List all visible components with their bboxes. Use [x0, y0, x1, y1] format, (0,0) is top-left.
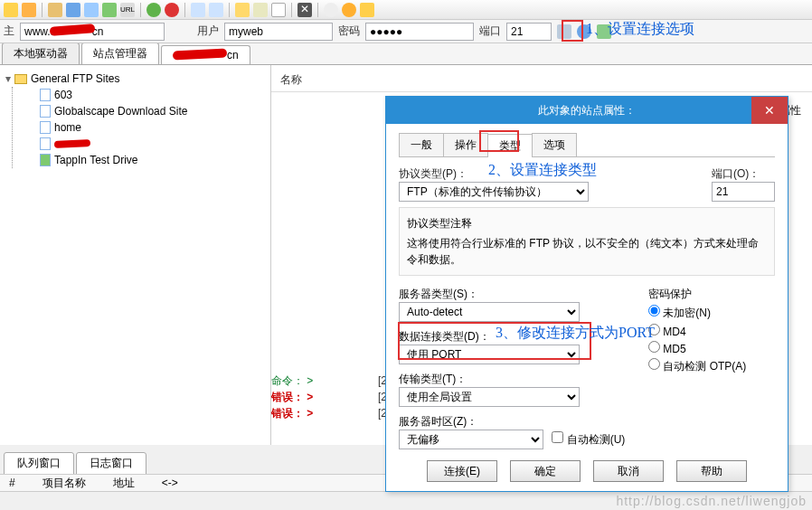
- dlg-port-label: 端口(O)：: [712, 167, 760, 180]
- clipboard-icon[interactable]: [253, 3, 268, 17]
- user-label: 用户: [197, 24, 219, 39]
- protocol-select[interactable]: FTP（标准的文件传输协议）: [399, 182, 589, 202]
- site-properties-dialog: 此对象的站点属性： ✕ 一般 操作 类型 选项 协议类型(P)： FTP（标准的…: [385, 96, 788, 492]
- forward-icon[interactable]: [209, 3, 223, 17]
- tab-options[interactable]: 选项: [532, 133, 577, 156]
- back-icon[interactable]: [191, 3, 205, 17]
- tree-item[interactable]: [22, 136, 265, 152]
- main-toolbar: URL ✕: [0, 0, 812, 20]
- shield-icon[interactable]: [360, 3, 374, 17]
- transfer-label: 传输类型(T)：: [399, 373, 467, 385]
- document-icon[interactable]: [271, 3, 286, 17]
- pw-opt-auto[interactable]: 自动检测 OTP(A): [648, 358, 775, 374]
- cancel-button[interactable]: 取消: [593, 460, 664, 482]
- view-tabs: 本地驱动器 站点管理器 cn: [0, 43, 812, 65]
- star-icon[interactable]: [4, 3, 18, 17]
- tz-auto-check[interactable]: 自动检测(U): [552, 433, 625, 446]
- pass-input[interactable]: [365, 23, 474, 41]
- port-input[interactable]: [506, 23, 552, 41]
- pw-opt-md5[interactable]: MD5: [648, 341, 775, 355]
- tree-item[interactable]: TappIn Test Drive: [22, 152, 265, 168]
- bottom-tabs: 队列窗口 日志窗口: [4, 452, 148, 475]
- help-button[interactable]: 帮助: [676, 460, 747, 482]
- pw-group-label: 密码保护: [648, 287, 775, 302]
- tab-action[interactable]: 操作: [443, 133, 488, 156]
- watermark: http://blog.csdn.net/liwengjob: [616, 494, 807, 508]
- tab-log[interactable]: 日志窗口: [76, 452, 146, 475]
- server-type-select[interactable]: Auto-detect: [399, 302, 580, 322]
- dataconn-select[interactable]: 使用 PORT: [399, 345, 580, 364]
- dialog-title: 此对象的站点属性： ✕: [386, 97, 788, 124]
- user-input[interactable]: [224, 23, 333, 41]
- tree-root[interactable]: ▾ General FTP Sites: [5, 71, 265, 87]
- host-label: 主: [4, 24, 14, 39]
- pw-opt-md4[interactable]: MD4: [648, 324, 775, 338]
- tab-remote[interactable]: cn: [161, 45, 250, 64]
- pencil-icon[interactable]: [48, 3, 62, 17]
- tab-queue[interactable]: 队列窗口: [4, 452, 74, 475]
- dialog-tabs: 一般 操作 类型 选项: [399, 133, 775, 157]
- close-button[interactable]: ✕: [751, 97, 788, 124]
- tree-item[interactable]: 603: [22, 87, 265, 103]
- log-pane: 命令： > 错误： > 错误： >: [271, 373, 389, 421]
- tz-select[interactable]: 无偏移: [399, 430, 543, 449]
- folder-icon[interactable]: [235, 3, 250, 17]
- dlg-port-input[interactable]: [712, 182, 775, 202]
- server-type-label: 服务器类型(S)：: [399, 288, 478, 300]
- connection-bar: 主 用户 密码 端口: [0, 20, 812, 43]
- tz-label: 服务器时区(Z)：: [399, 415, 477, 428]
- connect-icon[interactable]: [597, 24, 611, 39]
- tab-local[interactable]: 本地驱动器: [2, 42, 80, 64]
- tree-item[interactable]: home: [22, 119, 265, 136]
- find-icon[interactable]: [324, 3, 338, 17]
- pw-opt-plain[interactable]: 未加密(N): [648, 305, 775, 321]
- dialog-buttons: 连接(E) 确定 取消 帮助: [386, 460, 788, 482]
- tree-item[interactable]: Globalscape Download Site: [22, 103, 265, 119]
- gear-icon[interactable]: [342, 3, 356, 17]
- refresh-icon[interactable]: [146, 3, 161, 17]
- dataconn-label: 数据连接类型(D)：: [399, 330, 490, 343]
- site-tree: ▾ General FTP Sites 603 Globalscape Down…: [0, 65, 271, 445]
- wand2-icon[interactable]: [557, 24, 571, 39]
- pointer-icon[interactable]: [84, 3, 99, 17]
- url-icon[interactable]: URL: [120, 3, 135, 17]
- protocol-note: 协议类型注释 这将使用符合行业标准的 FTP 协议，以不安全的（纯文本）方式来处…: [399, 207, 775, 276]
- tab-sitemgr[interactable]: 站点管理器: [81, 42, 159, 64]
- ok-button[interactable]: 确定: [510, 460, 581, 482]
- delete-icon[interactable]: ✕: [297, 3, 312, 17]
- column-name: 名称: [271, 65, 812, 92]
- flag-icon[interactable]: [102, 3, 117, 17]
- transfer-select[interactable]: 使用全局设置: [399, 387, 580, 407]
- settings-icon[interactable]: [577, 24, 591, 39]
- arrow-icon[interactable]: [66, 3, 80, 17]
- wand-icon[interactable]: [22, 3, 36, 17]
- tab-type[interactable]: 类型: [487, 134, 533, 157]
- folder-icon: [14, 74, 27, 84]
- tab-general[interactable]: 一般: [399, 133, 444, 156]
- port-label: 端口: [479, 24, 501, 39]
- stop-icon[interactable]: [165, 3, 179, 17]
- connect-button[interactable]: 连接(E): [427, 460, 497, 482]
- protocol-label: 协议类型(P)：: [399, 167, 467, 180]
- pass-label: 密码: [338, 24, 360, 39]
